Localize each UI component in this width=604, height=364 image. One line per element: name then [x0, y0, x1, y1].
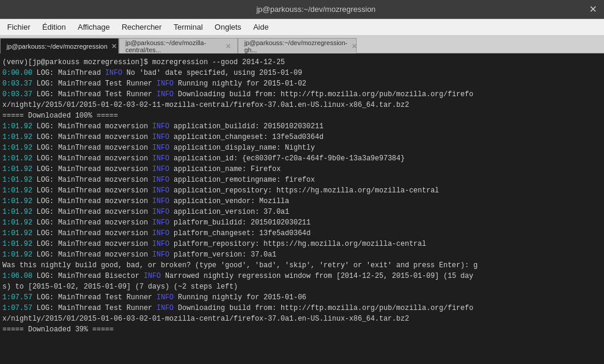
tab-2-label: jp@parkouss:~/dev/mozilla-central/tes... [125, 39, 222, 53]
terminal-line-3: 0:03.37 LOG: MainThread Test Runner INFO… [2, 90, 473, 109]
tab-1-label: jp@parkouss:~/dev/mozregression [7, 43, 108, 50]
tab-3[interactable]: jp@parkouss:~/dev/mozregression-gh... ✕ [238, 38, 357, 53]
terminal-line-15: 1:01.92 LOG: MainThread mozversion INFO … [2, 229, 311, 238]
menu-affichage[interactable]: Affichage [73, 21, 115, 33]
tab-2[interactable]: jp@parkouss:~/dev/mozilla-central/tes...… [119, 38, 238, 53]
terminal-line-2: 0:03.37 LOG: MainThread Test Runner INFO… [2, 80, 306, 88]
terminal-line-8: 1:01.92 LOG: MainThread mozversion INFO … [2, 154, 405, 163]
menu-aide[interactable]: Aide [248, 21, 273, 33]
menu-terminal[interactable]: Terminal [169, 21, 207, 33]
terminal-line-17: 1:01.92 LOG: MainThread mozversion INFO … [2, 251, 276, 259]
terminal-line-11: 1:01.92 LOG: MainThread mozversion INFO … [2, 186, 439, 195]
terminal-line-5: 1:01.92 LOG: MainThread mozversion INFO … [2, 122, 323, 131]
terminal-line-1: 0:00.00 LOG: MainThread INFO No 'bad' da… [2, 69, 302, 77]
menu-rechercher[interactable]: Rechercher [117, 21, 166, 33]
menu-bar: Fichier Édition Affichage Rechercher Ter… [0, 19, 604, 36]
terminal-line-7: 1:01.92 LOG: MainThread mozversion INFO … [2, 144, 315, 152]
terminal-line-21: 1:07.57 LOG: MainThread Test Runner INFO… [2, 304, 473, 323]
terminal-line-14: 1:01.92 LOG: MainThread mozversion INFO … [2, 219, 311, 227]
terminal-line-10: 1:01.92 LOG: MainThread mozversion INFO … [2, 176, 315, 184]
terminal-line-20: 1:07.57 LOG: MainThread Test Runner INFO… [2, 293, 306, 302]
terminal-line-12: 1:01.92 LOG: MainThread mozversion INFO … [2, 197, 290, 205]
tab-3-label: jp@parkouss:~/dev/mozregression-gh... [244, 39, 348, 53]
terminal-line-16: 1:01.92 LOG: MainThread mozversion INFO … [2, 240, 426, 248]
tab-3-close[interactable]: ✕ [351, 42, 357, 50]
menu-onglets[interactable]: Onglets [210, 21, 246, 33]
tab-1[interactable]: jp@parkouss:~/dev/mozregression ✕ [0, 38, 119, 53]
tab-2-close[interactable]: ✕ [225, 42, 231, 50]
menu-edition[interactable]: Édition [37, 21, 71, 33]
terminal-line-22: ===== Downloaded 39% ===== [2, 325, 114, 334]
window-title: jp@parkouss:~/dev/mozregression [43, 5, 589, 14]
tab-1-close[interactable]: ✕ [111, 42, 117, 50]
terminal-line-6: 1:01.92 LOG: MainThread mozversion INFO … [2, 133, 323, 141]
terminal-line-19: 1:06.08 LOG: MainThread Bisector INFO Na… [2, 272, 473, 291]
close-button[interactable]: ✕ [589, 4, 597, 15]
terminal-line-18: Was this nightly build good, bad, or bro… [2, 261, 477, 270]
terminal-line-9: 1:01.92 LOG: MainThread mozversion INFO … [2, 165, 281, 173]
terminal-line-prompt: (venv)[jp@parkouss mozregression]$ mozre… [2, 58, 285, 67]
menu-fichier[interactable]: Fichier [2, 21, 35, 33]
terminal-line-4: ===== Downloaded 100% ===== [2, 112, 118, 120]
title-bar: jp@parkouss:~/dev/mozregression ✕ [0, 0, 604, 19]
terminal-line-13: 1:01.92 LOG: MainThread mozversion INFO … [2, 208, 290, 216]
tab-bar: jp@parkouss:~/dev/mozregression ✕ jp@par… [0, 36, 604, 53]
terminal-output: (venv)[jp@parkouss mozregression]$ mozre… [0, 53, 604, 364]
